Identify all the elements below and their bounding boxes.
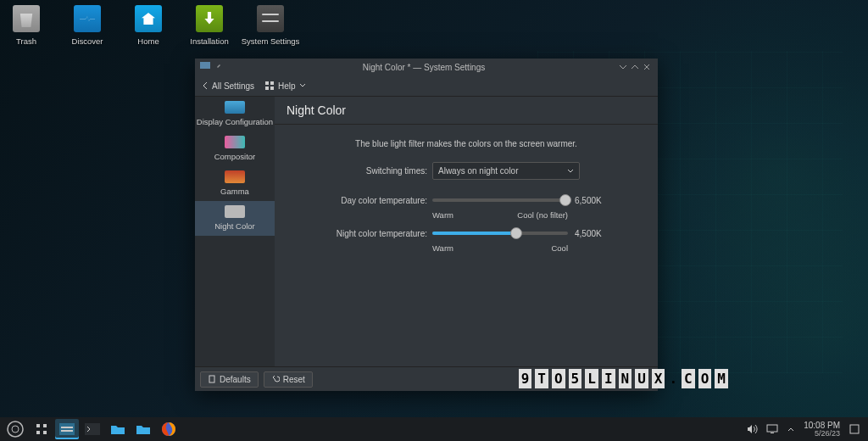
slider-tick-warm: Warm xyxy=(432,210,453,220)
chevron-down-icon xyxy=(299,82,306,89)
taskbar-app-dolphin[interactable] xyxy=(106,419,130,439)
defaults-button[interactable]: Defaults xyxy=(200,371,259,388)
chevron-up-icon[interactable] xyxy=(787,425,795,433)
night-temperature-slider[interactable] xyxy=(432,226,568,240)
titlebar[interactable]: Night Color * — System Settings xyxy=(195,59,658,75)
folder-icon xyxy=(110,423,125,435)
sidebar-item-compositor[interactable]: Compositor xyxy=(195,131,275,166)
svg-rect-18 xyxy=(771,433,774,433)
switching-times-label: Switching times: xyxy=(292,166,432,176)
clock[interactable]: 10:08 PM 5/26/23 xyxy=(804,421,840,438)
night-color-icon xyxy=(225,205,245,218)
compositor-icon xyxy=(225,136,245,148)
svg-rect-8 xyxy=(36,424,40,427)
taskbar: 10:08 PM 5/26/23 xyxy=(0,417,868,441)
icon-label: Discover xyxy=(72,36,103,46)
day-temperature-value: 6,500K xyxy=(575,196,602,205)
svg-rect-0 xyxy=(200,62,210,69)
svg-rect-14 xyxy=(61,430,73,432)
switching-times-select[interactable]: Always on night color xyxy=(432,162,580,180)
svg-rect-3 xyxy=(265,87,269,90)
icon-label: Home xyxy=(137,36,159,46)
desktop-icon-system-settings[interactable]: System Settings xyxy=(249,5,292,46)
taskbar-app-konsole[interactable] xyxy=(81,419,104,439)
svg-point-7 xyxy=(12,426,19,433)
settings-icon xyxy=(257,5,284,32)
svg-point-6 xyxy=(8,421,23,437)
day-temperature-label: Day color temperature: xyxy=(292,196,432,205)
home-icon xyxy=(135,5,162,32)
minimize-button[interactable] xyxy=(617,61,629,73)
show-desktop-button[interactable] xyxy=(849,423,860,435)
terminal-icon xyxy=(85,423,100,435)
back-all-settings-button[interactable]: All Settings xyxy=(202,81,254,91)
back-label: All Settings xyxy=(212,81,254,91)
help-icon xyxy=(264,81,275,91)
trash-icon xyxy=(13,5,40,32)
page-description: The blue light filter makes the colors o… xyxy=(292,139,641,148)
svg-rect-15 xyxy=(85,423,100,435)
reset-button[interactable]: Reset xyxy=(264,371,313,388)
settings-window-icon xyxy=(59,423,75,435)
desktop-icon-discover[interactable]: Discover xyxy=(66,5,108,46)
slider-tick-cool: Cool xyxy=(551,243,568,253)
folder-icon xyxy=(136,423,151,435)
svg-rect-5 xyxy=(209,376,214,382)
desktop-icons: Trash Discover Home Installation System … xyxy=(5,5,292,46)
toolbar: All Settings Help xyxy=(195,75,658,97)
maximize-button[interactable] xyxy=(629,61,641,73)
chevron-left-icon xyxy=(202,81,209,90)
sidebar-item-gamma[interactable]: Gamma xyxy=(195,166,275,201)
sidebar-item-display-configuration[interactable]: Display Configuration xyxy=(195,97,275,131)
night-temperature-label: Night color temperature: xyxy=(292,229,432,238)
time-label: 10:08 PM xyxy=(804,421,840,430)
icon-label: Installation xyxy=(190,36,228,46)
svg-rect-4 xyxy=(270,87,274,90)
svg-rect-10 xyxy=(36,431,40,434)
app-icon xyxy=(200,61,212,73)
svg-rect-19 xyxy=(850,425,859,433)
volume-icon[interactable] xyxy=(746,423,758,435)
display-tray-icon[interactable] xyxy=(766,423,778,435)
document-icon xyxy=(208,375,216,383)
close-button[interactable] xyxy=(641,61,653,73)
system-tray: 10:08 PM 5/26/23 xyxy=(746,421,865,438)
sidebar-item-night-color[interactable]: Night Color xyxy=(195,201,275,236)
help-label: Help xyxy=(278,81,296,91)
content-pane: Night Color The blue light filter makes … xyxy=(275,97,658,366)
chevron-down-icon xyxy=(567,168,574,175)
help-menu-button[interactable]: Help xyxy=(264,81,306,91)
grid-icon xyxy=(35,422,48,436)
system-settings-window: Night Color * — System Settings All Sett… xyxy=(195,59,658,391)
firefox-icon xyxy=(161,421,176,437)
application-menu-button[interactable] xyxy=(3,419,28,439)
svg-rect-9 xyxy=(43,424,47,427)
display-icon xyxy=(225,101,245,114)
pin-icon[interactable] xyxy=(215,61,227,73)
svg-rect-17 xyxy=(767,425,777,432)
page-title: Night Color xyxy=(275,97,658,125)
sidebar-item-label: Gamma xyxy=(220,187,249,196)
slider-tick-cool: Cool (no filter) xyxy=(517,210,568,220)
taskbar-app-files[interactable] xyxy=(131,419,155,439)
desktop-icon-trash[interactable]: Trash xyxy=(5,5,47,46)
window-title: Night Color * — System Settings xyxy=(231,63,617,72)
desktop-icon-installation[interactable]: Installation xyxy=(188,5,231,46)
sidebar-item-label: Compositor xyxy=(214,152,256,161)
discover-icon xyxy=(74,5,101,32)
sidebar-item-label: Night Color xyxy=(214,221,255,231)
svg-rect-2 xyxy=(270,81,274,85)
svg-rect-13 xyxy=(61,427,73,428)
svg-rect-12 xyxy=(59,423,75,435)
sidebar: Display Configuration Compositor Gamma N… xyxy=(195,97,275,366)
slider-tick-warm: Warm xyxy=(432,243,453,253)
task-manager-button[interactable] xyxy=(30,419,53,439)
taskbar-app-firefox[interactable] xyxy=(157,419,181,439)
day-temperature-slider[interactable] xyxy=(432,193,568,207)
gamma-icon xyxy=(225,170,245,183)
desktop-icon-home[interactable]: Home xyxy=(127,5,170,46)
select-value: Always on night color xyxy=(438,166,519,176)
app-launcher-icon xyxy=(7,421,24,438)
undo-icon xyxy=(271,375,280,383)
taskbar-app-system-settings[interactable] xyxy=(55,419,79,439)
